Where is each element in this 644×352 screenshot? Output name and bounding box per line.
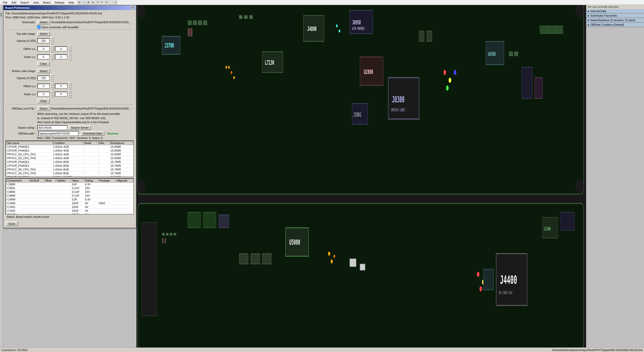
top-offset-x-input[interactable]: 0 (37, 46, 50, 51)
table-row[interactable]: C100110UF4V (6, 205, 133, 209)
net-table-col-volts: Volts (97, 141, 109, 145)
top-offset-x-plus[interactable]: + (50, 49, 54, 52)
bottom-scale-y-minus[interactable]: − (68, 90, 71, 94)
top-opacity-plus[interactable]: + (50, 41, 54, 44)
toolbar-icon-9[interactable]: ✕ (113, 1, 118, 5)
sidebar-section-internal-data[interactable]: ▶ Internal Data (586, 9, 644, 14)
pcb-bottom-dot-1 (328, 252, 330, 256)
bottom-side-select-button[interactable]: Select (37, 69, 50, 73)
top-offset-x-minus[interactable]: − (50, 45, 54, 49)
pcb-corner-bl (138, 179, 145, 194)
top-scale-x-plus[interactable]: + (50, 57, 54, 60)
sidebar-section-schematic-fav[interactable]: ▶ Schematic Favourites (586, 14, 644, 18)
menu-board[interactable]: Board (41, 1, 52, 5)
net-table-container[interactable]: Net name Condition Diode Volts Resistanc… (6, 140, 134, 177)
menu-file[interactable]: File (1, 1, 10, 5)
table-row[interactable]: C08920.1UF10V (6, 190, 133, 194)
table-row[interactable]: PPVCC_S0_CPU_PH21.6GHz 8GB--15.700R (6, 171, 133, 175)
toolbar-icon-7[interactable]: ⟳ (104, 1, 108, 5)
sidebar-section-header-internal[interactable]: ▶ Internal Data (586, 9, 644, 13)
bottom-offset-y-input[interactable]: 0 (55, 84, 67, 89)
bottom-offset-x-minus[interactable]: − (50, 82, 54, 86)
top-scale-y-input[interactable]: 0 (55, 54, 67, 59)
menu-jobs[interactable]: Jobs (31, 1, 41, 5)
table-row[interactable]: C100210UF4V (6, 209, 133, 213)
sidebar-section-header-obdata[interactable]: ▶ OBData Condition [Default] (586, 23, 644, 27)
bottom-statusbar: Licensed to: V5.0310 /home/pld/developme… (0, 347, 644, 352)
open-schematic-checkbox[interactable] (37, 25, 41, 29)
bottom-clear-button[interactable]: Clear (37, 99, 50, 103)
toolbar-icon-3[interactable]: ⊕ (86, 1, 90, 5)
download-data-button[interactable]: Download Data (81, 131, 104, 136)
table-row[interactable]: C08901UF6.3V (6, 182, 133, 186)
toolbar-icon-5[interactable]: ↺ (95, 1, 99, 5)
toolbar-icon-2[interactable]: 🔍 (82, 1, 86, 5)
toolbar-icon-4[interactable]: ⊖ (91, 1, 95, 5)
sidebar-section-notes[interactable]: ▶ Notes/Solutions [5 sections, 8 notes] (586, 18, 644, 23)
bottom-scale-x-plus[interactable]: + (50, 94, 54, 98)
pcb-white-comp-1 (350, 259, 356, 267)
table-row[interactable]: C1003*10UF4V (6, 213, 133, 215)
done-button[interactable]: Done (6, 222, 18, 226)
bottom-opacity-input[interactable]: 255 (37, 76, 50, 81)
table-row[interactable]: C08950.1UF10V (6, 194, 133, 197)
table-row[interactable]: PPVCC_S0_CPU_PH11.6GHz 8GB--15.700R (6, 167, 133, 171)
pcb-comp-3 (198, 21, 202, 25)
top-opacity-minus[interactable]: − (50, 37, 54, 41)
obdata-select-button[interactable]: Select (37, 106, 50, 111)
toolbar-icon-1[interactable]: ⊟ (77, 1, 81, 5)
comp-col-component: Component (6, 179, 29, 182)
pcb-comp-8 (244, 16, 247, 19)
obdata-info-line3: Also check at https://openboarddata.org … (37, 120, 134, 124)
table-row[interactable]: PPVCC_S0_CPU_PH21.6GHz 4GB--15.000R (6, 156, 133, 160)
search-string-input[interactable]: 820-00165 (37, 125, 67, 130)
top-scale-y-plus[interactable]: + (68, 57, 71, 60)
toolbar-icon-6[interactable]: ↻ (100, 1, 104, 5)
top-offset-y-input[interactable]: 0 (55, 46, 67, 51)
bottom-offset-x-plus[interactable]: + (50, 86, 54, 90)
sidebar-label-internal: Internal Data (590, 10, 606, 13)
top-offset-y-minus[interactable]: − (68, 45, 71, 49)
dialog-close-button[interactable]: ✕ (131, 6, 134, 10)
pcb-bottom-right-chip (560, 212, 575, 230)
bottom-scale-x-minus[interactable]: − (50, 90, 54, 94)
top-scale-x-minus[interactable]: − (50, 53, 54, 57)
dialog-title: Board Preferences (5, 6, 30, 9)
top-offset-y-plus[interactable]: + (68, 49, 71, 52)
top-opacity-input[interactable]: 255 (37, 38, 50, 43)
bottom-scale-x-input[interactable]: 0 (37, 92, 50, 97)
schematic-select-button[interactable]: Select (37, 20, 50, 24)
search-server-button[interactable]: Search Server (68, 125, 91, 130)
table-row[interactable]: CPUVR_PHASE11.6GHz 4GB--15.000R (6, 145, 133, 149)
menu-settings[interactable]: Settings (52, 1, 66, 5)
bottom-opacity-minus[interactable]: − (50, 74, 54, 78)
menu-edit[interactable]: Edit (10, 1, 18, 5)
table-row[interactable]: PPVCC_S0_CPU_PH11.6GHz 4GB--15.000R (6, 152, 133, 156)
sidebar-section-header-notes[interactable]: ▶ Notes/Solutions [5 sections, 8 notes] (586, 18, 644, 22)
table-row[interactable]: C08991UF6.3V (6, 197, 133, 201)
menu-help[interactable]: Help (66, 1, 76, 5)
comp-col-rating: Rating (84, 179, 98, 182)
comp-table-container[interactable]: Component NoStuff Mute Hidden Value Rati… (6, 178, 134, 215)
table-row[interactable]: CPUVR_PHASE11.8GHz i5 8GB--14.500R (6, 175, 133, 177)
top-clear-button[interactable]: Clear (37, 61, 50, 66)
sidebar-section-obdata[interactable]: ▶ OBData Condition [Default] (586, 23, 644, 27)
table-row[interactable]: CPUVR_PHASE21.6GHz 8GB--15.700R (6, 164, 133, 167)
toolbar-icon-8[interactable]: ⬜ (109, 1, 113, 5)
bottom-offset-x-input[interactable]: 0 (37, 84, 50, 89)
table-row[interactable]: C08910.1UF10V (6, 186, 133, 190)
top-scale-x-input[interactable]: 0 (37, 54, 50, 59)
table-row[interactable]: CPUVR_PHASE11.6GHz 8GB--15.700R (6, 160, 133, 164)
menu-search[interactable]: Search (18, 1, 31, 5)
obdata-path-input[interactable]: laptops/apple/820-00165 (38, 131, 79, 136)
bottom-scale-y-plus[interactable]: + (68, 94, 71, 98)
bottom-opacity-plus[interactable]: + (50, 78, 54, 82)
bottom-scale-y-input[interactable]: 0 (55, 92, 67, 97)
top-side-select-button[interactable]: Select (37, 31, 50, 36)
sidebar-section-header-schematic[interactable]: ▶ Schematic Favourites (586, 14, 644, 18)
table-row[interactable]: CPUVR_PHASE21.6GHz 4GB--15.000R (6, 149, 133, 152)
bottom-offset-y-plus[interactable]: + (68, 86, 71, 90)
table-row[interactable]: C100010UF4V0402 (6, 201, 133, 205)
bottom-offset-y-minus[interactable]: − (68, 82, 71, 86)
top-scale-y-minus[interactable]: − (68, 53, 71, 57)
